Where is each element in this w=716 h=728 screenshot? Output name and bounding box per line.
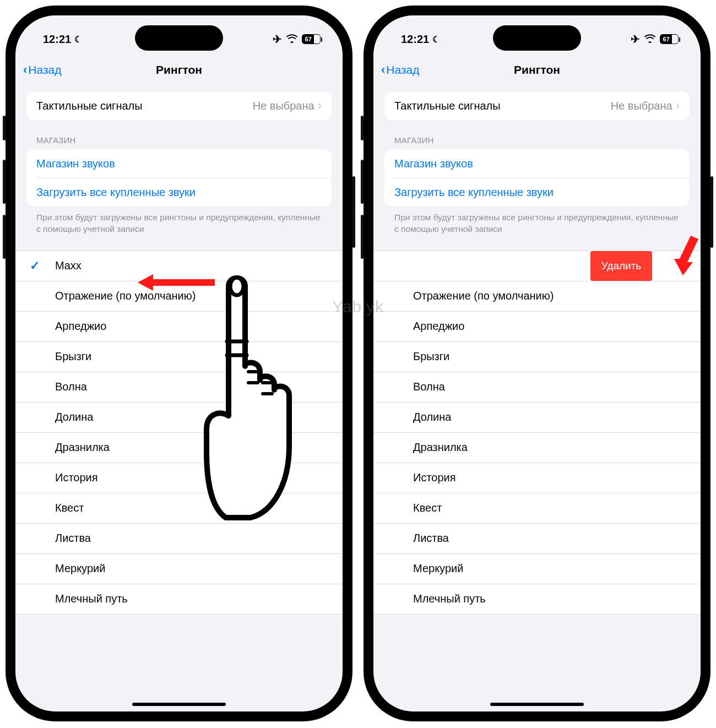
dynamic-island — [135, 25, 223, 51]
back-button[interactable]: ‹ Назад — [381, 63, 420, 77]
ringtone-label: Млечный путь — [413, 593, 486, 605]
ringtone-label: Квест — [55, 502, 84, 514]
do-not-disturb-icon: ☾ — [432, 34, 440, 45]
status-time: 12:21 — [43, 33, 71, 46]
download-all-label: Загрузить все купленные звуки — [36, 186, 196, 199]
ringtone-label: Меркурий — [413, 562, 463, 575]
ringtone-label: Меркурий — [55, 562, 105, 575]
ringtone-label: История — [413, 471, 456, 484]
tone-store-label: Магазин звуков — [36, 157, 115, 170]
home-indicator[interactable] — [490, 703, 584, 706]
ringtone-label: Арпеджио — [55, 320, 106, 333]
ringtone-label: Долина — [413, 411, 451, 423]
ringtone-label: История — [55, 471, 98, 484]
nav-bar: ‹ Назад Рингтон — [15, 55, 343, 85]
tone-store-label: Магазин звуков — [394, 157, 473, 170]
list-item[interactable]: Отражение (по умолчанию) — [373, 281, 701, 312]
chevron-right-icon: › — [318, 100, 322, 112]
svg-marker-8 — [674, 236, 698, 275]
ringtone-label: Отражение (по умолчанию) — [413, 290, 554, 302]
haptics-label: Тактильные сигналы — [36, 100, 253, 112]
wifi-icon — [644, 33, 655, 46]
power-button — [352, 176, 355, 248]
list-item[interactable]: История — [373, 463, 701, 493]
ringtone-label: Квест — [413, 502, 442, 514]
ringtone-label: Волна — [413, 381, 445, 393]
do-not-disturb-icon: ☾ — [74, 34, 82, 45]
list-item[interactable]: Меркурий — [373, 554, 701, 584]
ringtone-label: Брызги — [413, 350, 449, 363]
battery-level: 67 — [660, 35, 672, 44]
list-item[interactable]: Меркурий — [15, 554, 343, 584]
battery-icon: 67 — [660, 34, 679, 44]
back-label: Назад — [386, 63, 419, 77]
list-item[interactable]: Листва — [15, 524, 343, 554]
volume-up-button — [361, 160, 364, 204]
ringtone-swiped-row[interactable]: axx Удалить — [373, 251, 701, 281]
ringtone-label: Брызги — [55, 350, 91, 363]
ringtone-label: Млечный путь — [55, 593, 128, 605]
download-all-label: Загрузить все купленные звуки — [394, 186, 554, 199]
download-all-link[interactable]: Загрузить все купленные звуки — [26, 178, 332, 207]
volume-down-button — [3, 215, 6, 259]
dynamic-island — [493, 25, 581, 51]
download-all-link[interactable]: Загрузить все купленные звуки — [384, 178, 690, 207]
airplane-icon: ✈︎ — [631, 32, 640, 46]
battery-level: 67 — [302, 35, 314, 44]
volume-up-button — [3, 160, 6, 204]
tone-store-link[interactable]: Магазин звуков — [384, 149, 690, 178]
ringtone-label: Maxx — [55, 259, 82, 272]
watermark: Yablyk — [332, 297, 384, 316]
chevron-left-icon: ‹ — [23, 64, 27, 76]
back-button[interactable]: ‹ Назад — [23, 63, 62, 77]
power-button — [710, 176, 713, 248]
haptics-value: Не выбрана — [253, 100, 314, 112]
ringtone-label: Арпеджио — [413, 320, 464, 333]
phone-left: 12:21 ☾ ✈︎ 67 ‹ Назад Р — [6, 6, 352, 721]
ringtone-label: Листва — [55, 532, 91, 545]
svg-point-1 — [230, 278, 243, 295]
nav-bar: ‹ Назад Рингтон — [373, 55, 701, 85]
list-item[interactable]: Арпеджио — [373, 312, 701, 342]
status-time: 12:21 — [401, 33, 429, 46]
page-title: Рингтон — [514, 63, 560, 77]
tone-store-link[interactable]: Магазин звуков — [26, 149, 332, 178]
home-indicator[interactable] — [132, 703, 226, 706]
back-label: Назад — [28, 63, 61, 77]
list-item[interactable]: Млечный путь — [373, 584, 701, 615]
chevron-right-icon: › — [676, 100, 680, 112]
list-item[interactable]: Брызги — [373, 342, 701, 372]
wifi-icon — [286, 33, 297, 46]
silence-switch — [3, 116, 6, 140]
list-item[interactable]: Волна — [373, 372, 701, 403]
ringtone-list: axx Удалить Отражение (по умолчанию) Арп… — [373, 251, 701, 615]
haptics-label: Тактильные сигналы — [394, 100, 611, 112]
store-section-header: МАГАЗИН — [36, 135, 322, 145]
ringtone-label: Листва — [413, 532, 449, 545]
delete-button[interactable]: Удалить — [590, 251, 652, 281]
store-section-footer: При этом будут загружены все рингтоны и … — [36, 212, 322, 235]
page-title: Рингтон — [156, 63, 202, 77]
haptics-row[interactable]: Тактильные сигналы Не выбрана › — [384, 91, 690, 120]
haptics-value: Не выбрана — [611, 100, 672, 112]
checkmark-icon: ✓ — [30, 259, 40, 273]
store-section-header: МАГАЗИН — [394, 135, 680, 145]
finger-pointer-icon — [198, 264, 303, 525]
haptics-row[interactable]: Тактильные сигналы Не выбрана › — [26, 91, 332, 120]
list-item[interactable]: Листва — [373, 524, 701, 554]
airplane-icon: ✈︎ — [273, 32, 282, 46]
ringtone-label: Волна — [55, 381, 87, 393]
list-item[interactable]: Дразнилка — [373, 433, 701, 463]
ringtone-label: Долина — [55, 411, 93, 423]
silence-switch — [361, 116, 364, 140]
store-section-footer: При этом будут загружены все рингтоны и … — [394, 212, 680, 235]
battery-icon: 67 — [302, 34, 321, 44]
delete-label: Удалить — [601, 260, 642, 272]
list-item[interactable]: Млечный путь — [15, 584, 343, 615]
ringtone-label: Дразнилка — [55, 441, 110, 454]
list-item[interactable]: Квест — [373, 493, 701, 524]
list-item[interactable]: Долина — [373, 403, 701, 433]
volume-down-button — [361, 215, 364, 259]
ringtone-label: Дразнилка — [413, 441, 468, 454]
chevron-left-icon: ‹ — [381, 64, 385, 76]
